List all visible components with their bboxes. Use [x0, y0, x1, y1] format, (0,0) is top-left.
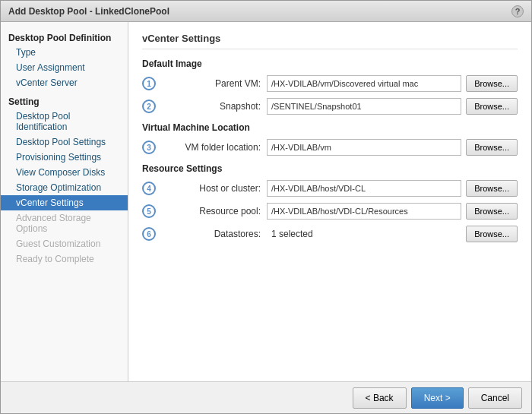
add-desktop-pool-window: Add Desktop Pool - LinkedClonePool ? Des… — [0, 0, 532, 414]
snapshot-browse-button[interactable]: Browse... — [466, 98, 518, 115]
sidebar-item-desktop-pool-identification[interactable]: Desktop Pool Identification — [1, 109, 128, 134]
sidebar-item-ready-to-complete: Ready to Complete — [1, 251, 128, 267]
title-bar: Add Desktop Pool - LinkedClonePool ? — [1, 1, 531, 22]
resource-pool-browse-button[interactable]: Browse... — [466, 203, 518, 220]
vm-folder-row: 3 VM folder location: Browse... — [142, 139, 518, 156]
snapshot-label: Snapshot: — [162, 101, 261, 112]
sidebar-item-vcenter-settings[interactable]: vCenter Settings — [1, 195, 128, 210]
datastores-value: 1 selected — [271, 229, 461, 239]
vm-folder-label: VM folder location: — [162, 142, 261, 153]
parent-vm-label: Parent VM: — [162, 78, 261, 89]
host-cluster-label: Host or cluster: — [162, 183, 261, 194]
default-image-heading: Default Image — [142, 58, 518, 69]
step-5-circle: 5 — [142, 204, 156, 218]
datastores-label: Datastores: — [162, 229, 261, 239]
content-area: vCenter Settings Default Image 1 Parent … — [128, 22, 531, 381]
sidebar-item-vcenter-server[interactable]: vCenter Server — [1, 75, 128, 90]
resource-pool-input[interactable] — [267, 203, 461, 220]
content-title: vCenter Settings — [142, 33, 518, 49]
sidebar-item-storage-optimization[interactable]: Storage Optimization — [1, 180, 128, 195]
sidebar-item-advanced-storage-options: Advanced Storage Options — [1, 210, 128, 236]
sidebar-item-guest-customization: Guest Customization — [1, 236, 128, 251]
cancel-button[interactable]: Cancel — [468, 387, 522, 409]
step-4-circle: 4 — [142, 182, 156, 195]
sidebar-item-desktop-pool-settings[interactable]: Desktop Pool Settings — [1, 134, 128, 150]
main-content: Desktop Pool Definition Type User Assign… — [1, 22, 531, 381]
host-cluster-browse-button[interactable]: Browse... — [466, 180, 518, 197]
help-button[interactable]: ? — [511, 5, 524, 17]
parent-vm-browse-button[interactable]: Browse... — [466, 75, 518, 92]
vm-folder-input[interactable] — [267, 139, 461, 156]
sidebar-item-view-composer-disks[interactable]: View Composer Disks — [1, 165, 128, 180]
host-cluster-input[interactable] — [267, 180, 461, 197]
sidebar-item-provisioning-settings[interactable]: Provisioning Settings — [1, 150, 128, 165]
vm-folder-browse-button[interactable]: Browse... — [466, 139, 518, 156]
resource-pool-label: Resource pool: — [162, 206, 261, 216]
datastores-row: 6 Datastores: 1 selected Browse... — [142, 226, 518, 242]
sidebar-item-type[interactable]: Type — [1, 45, 128, 60]
sidebar-item-user-assignment[interactable]: User Assignment — [1, 60, 128, 75]
parent-vm-input[interactable] — [267, 75, 461, 92]
resource-pool-row: 5 Resource pool: Browse... — [142, 203, 518, 220]
step-2-circle: 2 — [142, 100, 156, 113]
next-button[interactable]: Next > — [411, 387, 464, 409]
vm-location-heading: Virtual Machine Location — [142, 122, 518, 133]
resource-settings-heading: Resource Settings — [142, 163, 518, 174]
parent-vm-row: 1 Parent VM: Browse... — [142, 75, 518, 92]
snapshot-row: 2 Snapshot: Browse... — [142, 98, 518, 115]
back-button[interactable]: < Back — [353, 387, 407, 409]
host-cluster-row: 4 Host or cluster: Browse... — [142, 180, 518, 197]
setting-section-title: Setting — [1, 93, 128, 109]
datastores-browse-button[interactable]: Browse... — [466, 226, 518, 242]
footer: < Back Next > Cancel — [1, 381, 531, 413]
sidebar: Desktop Pool Definition Type User Assign… — [1, 22, 128, 381]
snapshot-input[interactable] — [267, 98, 461, 115]
window-title: Add Desktop Pool - LinkedClonePool — [8, 6, 169, 17]
step-1-circle: 1 — [142, 77, 156, 90]
step-3-circle: 3 — [142, 141, 156, 154]
step-6-circle: 6 — [142, 227, 156, 241]
definition-section-title: Desktop Pool Definition — [1, 30, 128, 45]
